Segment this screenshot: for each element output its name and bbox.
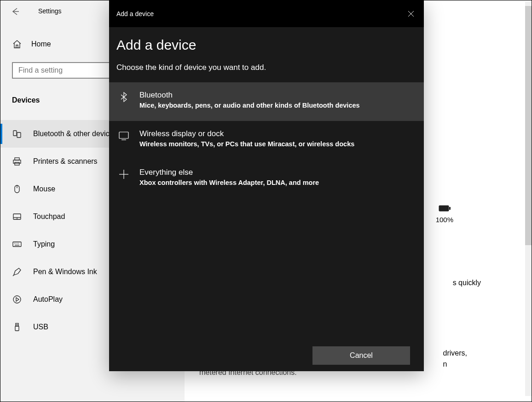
scrollbar[interactable] — [525, 1, 532, 396]
dialog-title-bar-text: Add a device — [116, 10, 154, 17]
svg-rect-23 — [16, 323, 18, 326]
option-title: Wireless display or dock — [139, 128, 354, 139]
autoplay-icon — [12, 294, 22, 304]
plus-icon — [117, 167, 130, 180]
back-button[interactable] — [11, 7, 20, 18]
add-device-dialog: Add a device Add a device Choose the kin… — [109, 0, 424, 371]
home-label: Home — [31, 40, 51, 48]
sidebar-item-label: Printers & scanners — [33, 157, 98, 166]
sidebar-item-label: Mouse — [33, 185, 55, 193]
display-icon — [117, 128, 130, 141]
mouse-icon — [12, 184, 22, 194]
usb-icon — [12, 322, 22, 332]
sidebar-item-label: Touchpad — [33, 212, 65, 221]
dialog-subheading: Choose the kind of device you want to ad… — [116, 63, 416, 72]
touchpad-icon — [12, 212, 22, 222]
back-arrow-icon — [11, 7, 20, 16]
bluetooth-icon — [117, 90, 130, 103]
scrollbar-thumb[interactable] — [525, 6, 532, 245]
sidebar-item-label: USB — [33, 323, 48, 331]
dialog-heading: Add a device — [116, 37, 416, 53]
text-fragment: drivers, n — [443, 348, 467, 370]
svg-line-21 — [13, 275, 14, 276]
pen-icon — [12, 267, 22, 277]
svg-rect-6 — [17, 132, 21, 138]
svg-rect-24 — [15, 326, 19, 331]
sidebar-item-label: Typing — [33, 240, 55, 248]
window-title: Settings — [38, 7, 62, 15]
battery-percent: 100% — [436, 216, 453, 224]
svg-rect-9 — [15, 162, 19, 165]
svg-rect-5 — [13, 131, 17, 136]
svg-rect-15 — [13, 242, 21, 247]
sidebar-item-label: Bluetooth & other devices — [33, 130, 117, 138]
option-title: Everything else — [139, 167, 319, 178]
option-desc: Mice, keyboards, pens, or audio and othe… — [139, 102, 360, 109]
close-icon — [408, 11, 414, 17]
option-wireless-display[interactable]: Wireless display or dock Wireless monito… — [109, 121, 424, 160]
svg-rect-27 — [439, 206, 449, 212]
home-icon — [12, 39, 22, 49]
printer-icon — [12, 156, 22, 167]
text-fragment: s quickly — [453, 279, 481, 287]
option-title: Bluetooth — [139, 90, 360, 101]
svg-rect-31 — [119, 132, 128, 138]
sidebar-item-label: AutoPlay — [33, 295, 63, 304]
option-desc: Wireless monitors, TVs, or PCs that use … — [139, 140, 354, 148]
dialog-close-button[interactable] — [398, 0, 424, 27]
svg-rect-7 — [15, 158, 19, 160]
cancel-button[interactable]: Cancel — [312, 346, 410, 365]
bluetooth-devices-icon — [12, 129, 22, 139]
svg-point-22 — [13, 296, 21, 303]
keyboard-icon — [12, 239, 22, 249]
option-desc: Xbox controllers with Wireless Adapter, … — [139, 179, 319, 186]
option-everything-else[interactable]: Everything else Xbox controllers with Wi… — [109, 160, 424, 198]
sidebar-item-label: Pen & Windows Ink — [33, 268, 97, 276]
battery-icon — [439, 205, 451, 212]
svg-rect-28 — [449, 207, 451, 210]
option-bluetooth[interactable]: Bluetooth Mice, keyboards, pens, or audi… — [109, 82, 424, 121]
